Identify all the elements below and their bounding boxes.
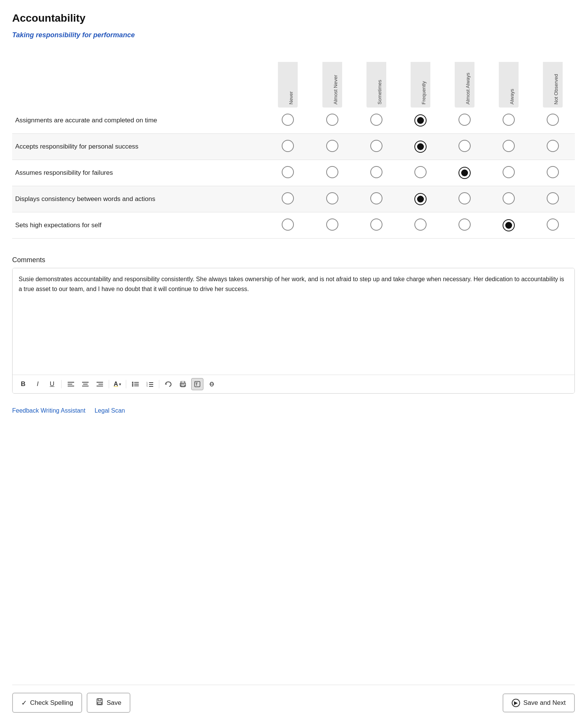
radio-cell-0-4[interactable] bbox=[443, 108, 487, 134]
radio-cell-2-2[interactable] bbox=[354, 160, 398, 186]
save-icon bbox=[96, 698, 103, 707]
radio-cell-1-3[interactable] bbox=[398, 134, 443, 160]
radio-cell-0-2[interactable] bbox=[354, 108, 398, 134]
radio-btn-0-1[interactable] bbox=[326, 114, 338, 126]
radio-cell-4-5[interactable] bbox=[487, 212, 531, 239]
spellcheck-icon: ✓ bbox=[21, 699, 27, 707]
print-button[interactable] bbox=[177, 378, 189, 390]
radio-cell-1-6[interactable] bbox=[531, 134, 575, 160]
radio-cell-4-0[interactable] bbox=[266, 212, 310, 239]
align-left-button[interactable] bbox=[65, 378, 77, 390]
radio-btn-0-3[interactable] bbox=[414, 114, 427, 127]
radio-btn-1-6[interactable] bbox=[547, 140, 559, 152]
radio-btn-2-2[interactable] bbox=[370, 166, 382, 178]
color-picker-button[interactable]: A ▾ bbox=[112, 379, 123, 389]
color-dropdown-arrow: ▾ bbox=[119, 382, 121, 387]
radio-btn-1-0[interactable] bbox=[282, 140, 294, 152]
radio-cell-3-3[interactable] bbox=[398, 186, 443, 212]
radio-btn-0-6[interactable] bbox=[547, 114, 559, 126]
radio-cell-4-6[interactable] bbox=[531, 212, 575, 239]
radio-btn-3-4[interactable] bbox=[458, 192, 471, 204]
radio-btn-2-3[interactable] bbox=[414, 166, 427, 178]
radio-cell-4-4[interactable] bbox=[443, 212, 487, 239]
editor-toolbar: B I U A ▾ bbox=[13, 375, 574, 393]
radio-cell-2-3[interactable] bbox=[398, 160, 443, 186]
radio-cell-1-1[interactable] bbox=[310, 134, 354, 160]
radio-btn-1-5[interactable] bbox=[503, 140, 515, 152]
radio-cell-3-1[interactable] bbox=[310, 186, 354, 212]
bold-button[interactable]: B bbox=[17, 378, 29, 390]
radio-btn-3-3[interactable] bbox=[414, 193, 427, 205]
radio-cell-2-5[interactable] bbox=[487, 160, 531, 186]
radio-btn-1-2[interactable] bbox=[370, 140, 382, 152]
radio-cell-3-2[interactable] bbox=[354, 186, 398, 212]
undo-button[interactable] bbox=[162, 378, 175, 390]
radio-cell-3-4[interactable] bbox=[443, 186, 487, 212]
radio-btn-4-4[interactable] bbox=[458, 218, 471, 231]
radio-cell-2-6[interactable] bbox=[531, 160, 575, 186]
insert-text-button[interactable]: T bbox=[191, 378, 203, 390]
link-button[interactable] bbox=[206, 378, 218, 390]
ordered-list-button[interactable]: 1.2.3. bbox=[144, 378, 156, 390]
feedback-writing-assistant-link[interactable]: Feedback Writing Assistant bbox=[12, 407, 86, 414]
radio-btn-4-3[interactable] bbox=[414, 218, 427, 231]
label-header-cell bbox=[12, 54, 266, 108]
radio-cell-1-0[interactable] bbox=[266, 134, 310, 160]
col-header-5: Always bbox=[487, 54, 531, 108]
radio-btn-2-4[interactable] bbox=[458, 167, 471, 179]
radio-cell-3-6[interactable] bbox=[531, 186, 575, 212]
radio-btn-4-2[interactable] bbox=[370, 218, 382, 231]
radio-btn-0-4[interactable] bbox=[458, 114, 471, 126]
radio-cell-0-0[interactable] bbox=[266, 108, 310, 134]
page-title: Accountability bbox=[12, 12, 575, 24]
radio-btn-3-2[interactable] bbox=[370, 192, 382, 204]
radio-btn-0-2[interactable] bbox=[370, 114, 382, 126]
radio-btn-3-1[interactable] bbox=[326, 192, 338, 204]
radio-btn-4-5[interactable] bbox=[503, 219, 515, 231]
radio-btn-2-0[interactable] bbox=[282, 166, 294, 178]
radio-cell-1-5[interactable] bbox=[487, 134, 531, 160]
radio-cell-0-5[interactable] bbox=[487, 108, 531, 134]
footer-bar: ✓ Check Spelling Save ▶ Save and Next bbox=[12, 685, 575, 713]
radio-cell-1-4[interactable] bbox=[443, 134, 487, 160]
radio-btn-3-6[interactable] bbox=[547, 192, 559, 204]
radio-cell-0-3[interactable] bbox=[398, 108, 443, 134]
radio-btn-4-1[interactable] bbox=[326, 218, 338, 231]
radio-cell-2-4[interactable] bbox=[443, 160, 487, 186]
radio-cell-4-3[interactable] bbox=[398, 212, 443, 239]
radio-btn-1-3[interactable] bbox=[414, 141, 427, 153]
radio-btn-2-1[interactable] bbox=[326, 166, 338, 178]
radio-btn-4-6[interactable] bbox=[547, 218, 559, 231]
radio-btn-4-0[interactable] bbox=[282, 218, 294, 231]
align-center-button[interactable] bbox=[79, 378, 91, 390]
radio-btn-1-1[interactable] bbox=[326, 140, 338, 152]
save-and-next-button[interactable]: ▶ Save and Next bbox=[503, 693, 575, 712]
radio-cell-4-1[interactable] bbox=[310, 212, 354, 239]
save-button[interactable]: Save bbox=[87, 693, 130, 713]
bullet-list-button[interactable] bbox=[129, 378, 141, 390]
radio-cell-4-2[interactable] bbox=[354, 212, 398, 239]
radio-cell-2-0[interactable] bbox=[266, 160, 310, 186]
radio-cell-3-5[interactable] bbox=[487, 186, 531, 212]
italic-button[interactable]: I bbox=[32, 378, 44, 390]
radio-btn-0-0[interactable] bbox=[282, 114, 294, 126]
radio-btn-3-0[interactable] bbox=[282, 192, 294, 204]
radio-btn-0-5[interactable] bbox=[503, 114, 515, 126]
radio-btn-1-4[interactable] bbox=[458, 140, 471, 152]
radio-cell-0-6[interactable] bbox=[531, 108, 575, 134]
radio-btn-2-6[interactable] bbox=[547, 166, 559, 178]
col-header-2: Sometimes bbox=[354, 54, 398, 108]
underline-button[interactable]: U bbox=[46, 378, 58, 390]
table-header-row: NeverAlmost NeverSometimesFrequentlyAlmo… bbox=[12, 54, 575, 108]
radio-btn-3-5[interactable] bbox=[503, 192, 515, 204]
align-right-button[interactable] bbox=[94, 378, 106, 390]
radio-cell-1-2[interactable] bbox=[354, 134, 398, 160]
row-label-1: Accepts responsibility for personal succ… bbox=[12, 134, 266, 160]
radio-cell-2-1[interactable] bbox=[310, 160, 354, 186]
radio-cell-0-1[interactable] bbox=[310, 108, 354, 134]
legal-scan-link[interactable]: Legal Scan bbox=[95, 407, 125, 414]
radio-cell-3-0[interactable] bbox=[266, 186, 310, 212]
check-spelling-button[interactable]: ✓ Check Spelling bbox=[12, 693, 82, 713]
radio-btn-2-5[interactable] bbox=[503, 166, 515, 178]
comments-textarea[interactable]: Susie demonstrates accountability and re… bbox=[13, 268, 574, 375]
